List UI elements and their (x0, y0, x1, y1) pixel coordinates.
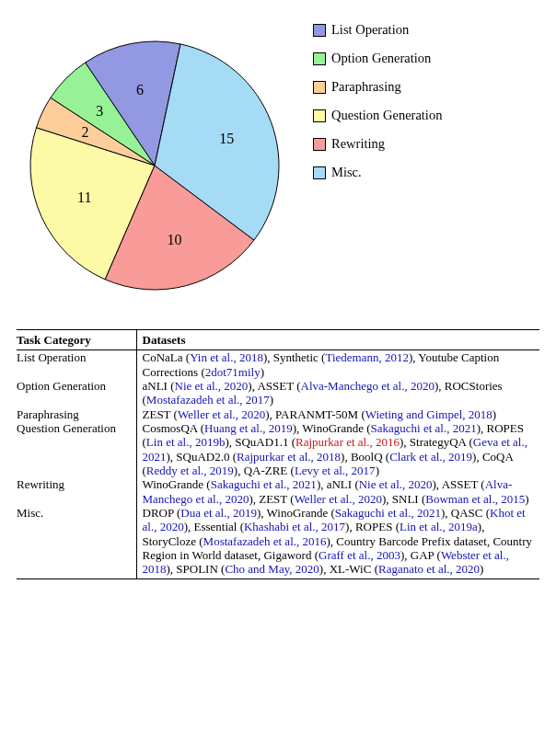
legend-item: List Operation (313, 22, 539, 38)
legend-label: Option Generation (331, 51, 431, 66)
datasets-table: Task Category Datasets List OperationCoN… (17, 329, 539, 579)
pie-chart: 632111015 (17, 18, 302, 304)
pie-slice-value: 10 (167, 232, 181, 248)
cell-datasets: WinoGrande (Sakaguchi et al., 2021), aNL… (136, 477, 539, 506)
header-datasets: Datasets (136, 330, 539, 350)
table-row: Misc.DROP (Dua et al., 2019), WinoGrande… (17, 506, 539, 578)
pie-slice-value: 2 (81, 124, 88, 141)
cell-category: Option Generation (17, 379, 136, 407)
legend-item: Question Generation (313, 108, 539, 123)
legend-swatch (313, 81, 326, 94)
cell-datasets: CoNaLa (Yin et al., 2018), Synthetic (Ti… (136, 350, 539, 379)
legend-label: Question Generation (331, 108, 442, 123)
pie-svg (17, 18, 302, 304)
pie-slice-value: 11 (77, 189, 91, 206)
pie-slice-value: 6 (136, 82, 144, 98)
cell-category: List Operation (17, 350, 136, 379)
cell-datasets: ZEST (Weller et al., 2020), PARANMT-50M … (136, 407, 539, 421)
header-category: Task Category (17, 330, 136, 350)
legend-label: Rewriting (331, 136, 385, 152)
pie-slice-value: 3 (96, 103, 103, 120)
legend-label: List Operation (331, 22, 409, 38)
figure-top: 632111015 List OperationOption Generatio… (17, 18, 539, 304)
cell-datasets: aNLI (Nie et al., 2020), ASSET (Alva-Man… (136, 379, 539, 407)
cell-category: Question Generation (17, 421, 136, 477)
legend-swatch (313, 24, 326, 37)
cell-category: Rewriting (17, 477, 136, 506)
legend-item: Rewriting (313, 136, 539, 152)
legend-swatch (313, 166, 326, 179)
legend-item: Paraphrasing (313, 79, 539, 95)
cell-category: Misc. (17, 506, 136, 578)
table-row: List OperationCoNaLa (Yin et al., 2018),… (17, 350, 539, 379)
legend-label: Misc. (331, 165, 362, 180)
pie-slice-value: 15 (219, 131, 234, 147)
table-row: RewritingWinoGrande (Sakaguchi et al., 2… (17, 477, 539, 506)
legend-item: Misc. (313, 165, 539, 180)
table-row: Option GenerationaNLI (Nie et al., 2020)… (17, 379, 539, 407)
legend-swatch (313, 52, 326, 65)
legend-item: Option Generation (313, 51, 539, 66)
table-row: Question GenerationCosmosQA (Huang et al… (17, 421, 539, 477)
cell-datasets: DROP (Dua et al., 2019), WinoGrande (Sak… (136, 506, 539, 578)
legend: List OperationOption GenerationParaphras… (313, 18, 539, 193)
table-row: ParaphrasingZEST (Weller et al., 2020), … (17, 407, 539, 421)
legend-label: Paraphrasing (331, 79, 401, 95)
cell-datasets: CosmosQA (Huang et al., 2019), WinoGrand… (136, 421, 539, 477)
legend-swatch (313, 138, 326, 151)
cell-category: Paraphrasing (17, 407, 136, 421)
legend-swatch (313, 109, 326, 122)
